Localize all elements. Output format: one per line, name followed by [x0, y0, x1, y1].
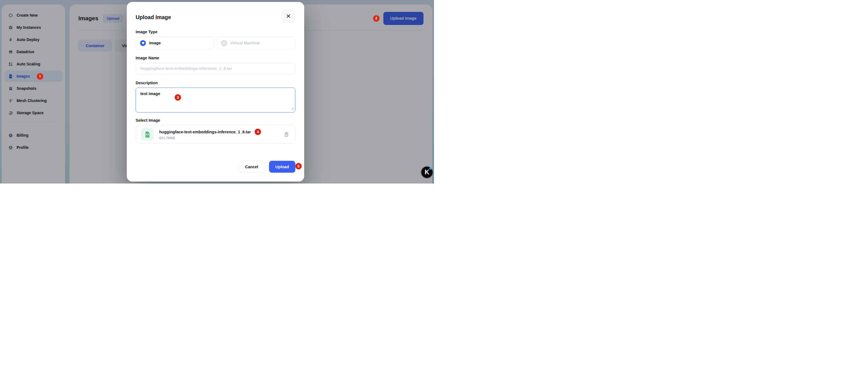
upload-button[interactable]: Upload [269, 161, 295, 173]
image-name-label: Image Name [135, 56, 295, 60]
radio-option-label: Image [149, 41, 161, 45]
step-badge-4: 4 [255, 129, 261, 135]
image-name-input[interactable] [135, 63, 295, 74]
image-type-options: Image Virtual Machine [135, 36, 295, 49]
radio-option-label: Virtual Machine [230, 41, 260, 45]
file-type-icon [141, 128, 154, 141]
select-image-label: Select Image [135, 118, 295, 122]
description-textarea[interactable]: test image [135, 88, 295, 113]
modal-title: Upload Image [135, 14, 171, 21]
step-badge-3: 3 [175, 94, 181, 101]
step-badge-5: 5 [295, 163, 302, 169]
file-size: 621.76MB [159, 136, 261, 140]
k-logo-letter: K [425, 169, 429, 176]
trash-icon [283, 132, 289, 138]
delete-file-button[interactable] [283, 132, 289, 138]
close-icon [285, 13, 291, 19]
cancel-button[interactable]: Cancel [239, 161, 265, 173]
description-label: Description [135, 81, 295, 85]
image-type-label: Image Type [135, 30, 295, 34]
k-logo[interactable]: K [421, 167, 433, 178]
upload-image-modal: Upload Image Image Type Image Virtual Ma… [127, 2, 304, 181]
close-button[interactable] [281, 9, 295, 23]
radio-option-virtual-machine[interactable]: Virtual Machine [217, 36, 296, 49]
radio-selected-icon [140, 40, 146, 46]
step-badge-2: 2 [373, 15, 379, 22]
selected-file-row: huggingface-text-embeddings-inference_1_… [135, 125, 295, 144]
radio-unselected-icon [221, 40, 227, 46]
k-logo-dot [429, 167, 432, 170]
app-window: Create New My Instances Auto Deploy Data… [0, 0, 434, 184]
modal-footer: Cancel Upload 5 [135, 161, 295, 173]
radio-option-image[interactable]: Image [135, 36, 215, 49]
resize-handle-icon[interactable] [291, 106, 294, 111]
file-name: huggingface-text-embeddings-inference_1_… [159, 130, 251, 134]
step-badge-1: 1 [37, 73, 43, 80]
